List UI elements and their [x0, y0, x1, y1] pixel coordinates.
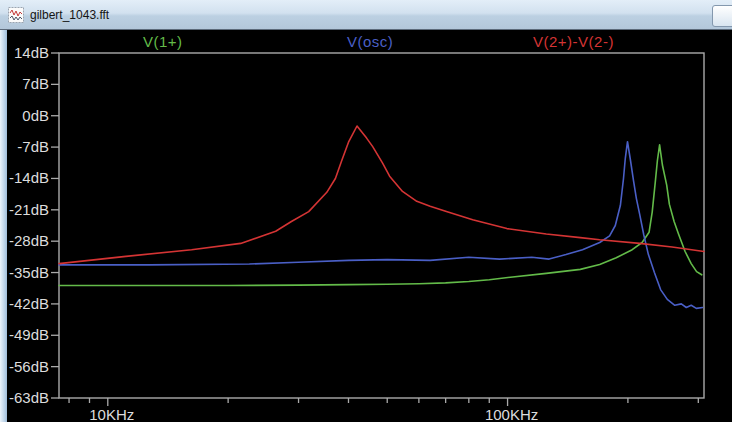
- window-control-button[interactable]: [712, 5, 732, 27]
- y-tick-label: 7dB: [22, 75, 49, 92]
- y-tick-label: -49dB: [9, 326, 49, 343]
- plot-border: [59, 53, 704, 398]
- y-tick-label: -7dB: [17, 138, 49, 155]
- trace-2[interactable]: [59, 126, 704, 264]
- x-tick-label: 100KHz: [485, 406, 538, 422]
- y-tick-label: 14dB: [14, 44, 49, 61]
- y-tick-label: 0dB: [22, 107, 49, 124]
- x-tick-label: 10KHz: [89, 406, 134, 422]
- y-tick-label: -35dB: [9, 264, 49, 281]
- y-tick-label: -56dB: [9, 358, 49, 375]
- ltspice-plot-window: gilbert_1043.fft V(1+) V(osc) V(2+)-V(2-…: [0, 0, 732, 422]
- y-tick-label: -21dB: [9, 201, 49, 218]
- window-title: gilbert_1043.fft: [30, 8, 109, 22]
- trace-1[interactable]: [59, 142, 703, 309]
- fft-plot-area[interactable]: 14dB7dB0dB-7dB-14dB-21dB-28dB-35dB-42dB-…: [0, 30, 732, 422]
- y-tick-label: -63dB: [9, 389, 49, 406]
- waveform-document-icon: [8, 7, 24, 23]
- y-tick-label: -14dB: [9, 169, 49, 186]
- y-tick-label: -28dB: [9, 232, 49, 249]
- title-bar[interactable]: gilbert_1043.fft: [0, 0, 732, 30]
- y-tick-label: -42dB: [9, 295, 49, 312]
- plot-pane: V(1+) V(osc) V(2+)-V(2-) 14dB7dB0dB-7dB-…: [0, 30, 732, 422]
